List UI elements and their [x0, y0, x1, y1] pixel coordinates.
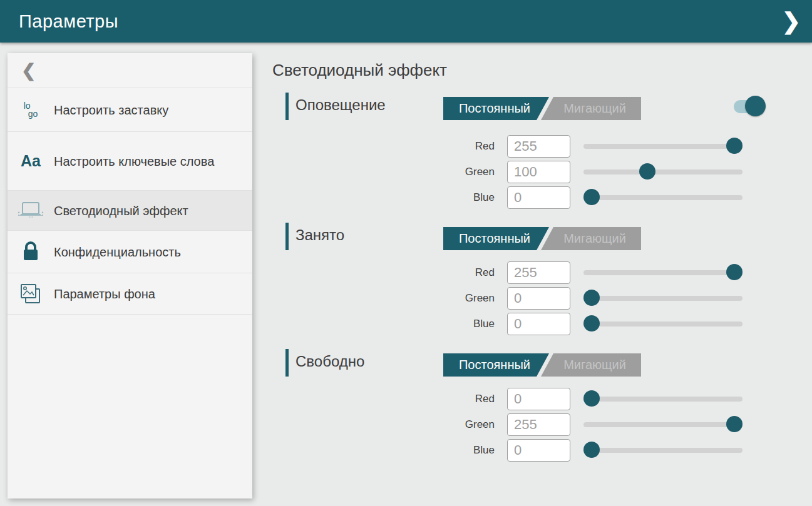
blue-label: Blue	[272, 444, 495, 457]
rgb-rows-free: Red Green Blue	[272, 387, 773, 462]
green-value-input[interactable]	[507, 413, 570, 436]
mode-blinking-button[interactable]: Мигающий	[551, 353, 639, 377]
blue-row: Blue	[272, 438, 773, 462]
sidebar-item-keywords[interactable]: Aa Настроить ключевые слова	[8, 132, 252, 191]
sidebar-item-screensaver[interactable]: lo go Настроить заставку	[8, 88, 252, 132]
collapse-sidebar-icon[interactable]: ❯	[782, 6, 801, 36]
sidebar-item-label: Параметры фона	[54, 286, 155, 302]
blue-label: Blue	[272, 191, 495, 204]
slider-track	[583, 195, 743, 200]
section-busy-header: Занято Постоянный Мигающий	[272, 223, 773, 251]
keywords-aa-icon: Aa	[8, 152, 54, 170]
slider-track	[583, 397, 743, 402]
green-value-input[interactable]	[507, 287, 570, 310]
green-row: Green	[272, 160, 773, 183]
sidebar-item-label: Светодиодный эффект	[54, 203, 188, 219]
slider-track	[583, 321, 743, 326]
app-title: Параметры	[0, 11, 118, 32]
section-title: Оповещение	[296, 96, 386, 114]
green-label: Green	[272, 166, 495, 178]
slider-track	[583, 296, 743, 301]
sidebar-item-label: Конфиденциальность	[54, 244, 181, 260]
slider-track	[583, 448, 743, 453]
blue-slider[interactable]	[583, 186, 743, 209]
switch-knob	[745, 96, 766, 116]
sidebar-item-background[interactable]: Параметры фона	[8, 273, 252, 315]
blue-value-input[interactable]	[507, 313, 570, 335]
red-row: Red	[272, 134, 773, 158]
section-notification-header: Оповещение Постоянный Мигающий	[272, 93, 773, 121]
slider-thumb[interactable]	[726, 138, 743, 154]
sidebar-item-label: Настроить ключевые слова	[54, 153, 214, 170]
sidebar: ❮ lo go Настроить заставку Aa Настроить …	[8, 53, 252, 498]
mode-toggle-free: Постоянный Мигающий	[443, 353, 641, 377]
lock-icon	[8, 241, 54, 263]
section-accent-bar	[285, 223, 289, 250]
green-row: Green	[272, 413, 773, 436]
green-value-input[interactable]	[507, 161, 570, 183]
red-label: Red	[272, 393, 495, 405]
mode-toggle-busy: Постоянный Мигающий	[443, 227, 641, 250]
green-slider[interactable]	[583, 286, 743, 310]
red-value-input[interactable]	[507, 261, 570, 284]
slider-thumb[interactable]	[583, 315, 600, 331]
monitor-icon	[8, 200, 54, 221]
slider-thumb[interactable]	[726, 264, 743, 280]
red-slider[interactable]	[583, 261, 743, 284]
red-slider[interactable]	[583, 387, 743, 410]
section-title: Свободно	[296, 353, 364, 370]
red-row: Red	[272, 387, 773, 410]
mode-constant-button[interactable]: Постоянный	[448, 353, 541, 377]
section-title: Занято	[296, 226, 344, 244]
green-row: Green	[272, 286, 773, 310]
slider-thumb[interactable]	[583, 189, 600, 205]
sidebar-back-button[interactable]: ❮	[8, 53, 252, 88]
green-label: Green	[272, 418, 495, 431]
blue-row: Blue	[272, 186, 773, 209]
blue-value-input[interactable]	[507, 186, 570, 209]
blue-row: Blue	[272, 312, 773, 335]
blue-slider[interactable]	[583, 312, 743, 335]
blue-value-input[interactable]	[507, 439, 570, 462]
slider-track	[583, 170, 743, 175]
rgb-rows-busy: Red Green Blue	[272, 261, 773, 335]
sidebar-item-led-effect[interactable]: Светодиодный эффект	[8, 191, 252, 231]
green-slider[interactable]	[583, 413, 743, 436]
red-slider[interactable]	[583, 134, 743, 158]
slider-track	[583, 422, 743, 427]
main-content: Светодиодный эффект Оповещение Постоянны…	[272, 43, 773, 464]
logo-icon: lo go	[8, 102, 54, 118]
slider-thumb[interactable]	[639, 163, 655, 180]
slider-track	[583, 144, 743, 149]
back-chevron-icon: ❮	[21, 60, 36, 81]
blue-label: Blue	[272, 318, 495, 330]
mode-constant-button[interactable]: Постоянный	[448, 227, 541, 250]
red-value-input[interactable]	[507, 388, 570, 410]
blue-slider[interactable]	[583, 438, 743, 462]
red-label: Red	[272, 266, 495, 279]
mode-constant-button[interactable]: Постоянный	[448, 97, 541, 120]
slider-thumb[interactable]	[583, 390, 600, 407]
slider-thumb[interactable]	[726, 416, 743, 432]
app-header: Параметры ❯	[0, 0, 812, 43]
section-free-header: Свободно Постоянный Мигающий	[272, 349, 773, 377]
slider-thumb[interactable]	[583, 290, 600, 306]
sidebar-item-label: Настроить заставку	[54, 102, 168, 118]
section-accent-bar	[285, 93, 289, 120]
page-title: Светодиодный эффект	[272, 61, 773, 80]
mode-blinking-button[interactable]: Мигающий	[551, 97, 639, 120]
images-icon	[8, 283, 54, 305]
slider-thumb[interactable]	[583, 442, 600, 458]
rgb-rows-notification: Red Green Blue	[272, 134, 773, 209]
mode-toggle-notification: Постоянный Мигающий	[443, 97, 641, 120]
section-accent-bar	[285, 349, 289, 377]
notification-switch[interactable]	[734, 95, 766, 118]
sidebar-item-privacy[interactable]: Конфиденциальность	[8, 231, 252, 273]
red-label: Red	[272, 140, 495, 153]
slider-track	[583, 270, 743, 275]
mode-blinking-button[interactable]: Мигающий	[551, 227, 639, 250]
green-slider[interactable]	[583, 160, 743, 183]
green-label: Green	[272, 292, 495, 305]
red-row: Red	[272, 261, 773, 284]
red-value-input[interactable]	[507, 135, 570, 158]
